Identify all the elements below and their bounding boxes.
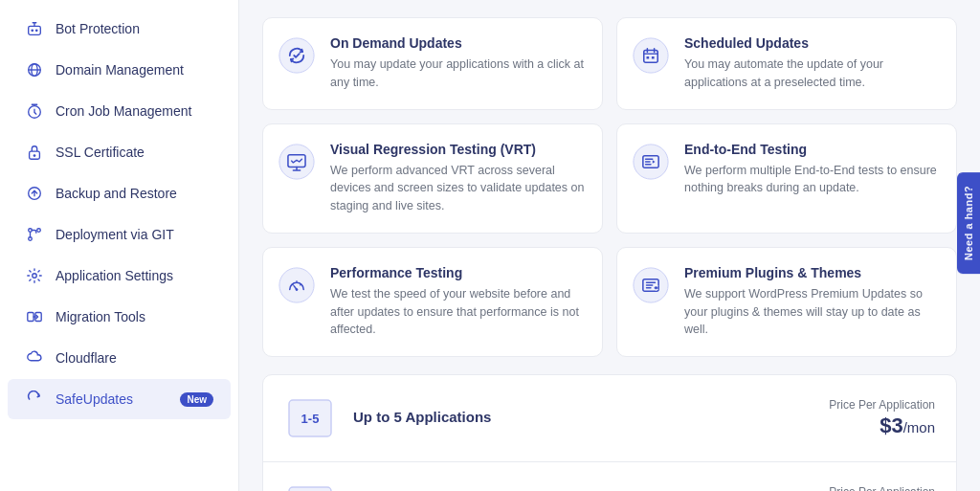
sidebar-item-safeupdates[interactable]: SafeUpdates New	[8, 379, 231, 419]
card-e2e-title: End-to-End Testing	[684, 142, 939, 157]
svg-point-1	[31, 29, 33, 32]
svg-point-20	[279, 144, 314, 178]
sidebar-item-cron-job[interactable]: Cron Job Management	[8, 91, 231, 131]
card-performance-desc: We test the speed of your website before…	[330, 285, 585, 339]
sidebar-item-label: SSL Certificate	[56, 145, 145, 160]
bot-icon	[25, 19, 44, 38]
main-content: On Demand Updates You may update your ap…	[239, 0, 980, 491]
svg-rect-18	[646, 56, 649, 59]
card-premium: Premium Plugins & Themes We support Word…	[616, 247, 957, 357]
card-on-demand-updates: On Demand Updates You may update your ap…	[262, 17, 603, 110]
card-vrt-desc: We perform advanced VRT across several d…	[330, 162, 585, 215]
e2e-icon	[631, 142, 671, 182]
pricing-5-per-app-label: Price Per Application	[829, 398, 935, 412]
sidebar: Bot Protection Domain Management Cron Jo…	[0, 0, 239, 491]
sidebar-item-app-settings[interactable]: Application Settings	[8, 256, 231, 296]
clock-icon	[25, 101, 44, 121]
apps-6-plus-icon: 6	[284, 480, 336, 491]
card-e2e: End-to-End Testing We perform multiple E…	[616, 123, 957, 234]
pricing-6plus-per-app-label: Price Per Application	[829, 485, 935, 491]
card-on-demand-content: On Demand Updates You may update your ap…	[330, 35, 585, 92]
card-performance: Performance Testing We test the speed of…	[262, 247, 603, 357]
svg-point-22	[634, 144, 668, 178]
git-icon	[25, 225, 44, 244]
svg-text:1-5: 1-5	[301, 412, 320, 426]
lock-icon	[25, 143, 44, 162]
monitor-icon	[277, 142, 317, 182]
sidebar-item-label: Application Settings	[56, 268, 173, 283]
need-hand-tab[interactable]: Need a hand?	[957, 172, 980, 274]
feature-cards-grid: On Demand Updates You may update your ap…	[262, 17, 957, 357]
svg-point-2	[35, 29, 38, 32]
pricing-5-amount: $3/mon	[829, 413, 935, 438]
card-vrt-content: Visual Regression Testing (VRT) We perfo…	[330, 142, 585, 215]
sidebar-item-git[interactable]: Deployment via GIT	[8, 214, 231, 255]
card-scheduled-desc: You may automate the update of your appl…	[684, 56, 939, 92]
sidebar-item-label: Backup and Restore	[56, 186, 177, 201]
svg-point-12	[33, 274, 37, 279]
settings-icon	[25, 266, 44, 285]
migration-icon	[25, 307, 44, 326]
sidebar-item-migration[interactable]: Migration Tools	[8, 297, 231, 337]
card-performance-title: Performance Testing	[330, 265, 585, 280]
sidebar-item-bot-protection[interactable]: Bot Protection	[8, 9, 231, 49]
sidebar-item-label: Deployment via GIT	[56, 227, 174, 242]
pricing-section: 1-5 Up to 5 Applications Price Per Appli…	[262, 374, 957, 491]
sidebar-item-ssl[interactable]: SSL Certificate	[8, 132, 231, 172]
backup-icon	[25, 184, 44, 203]
card-e2e-desc: We perform multiple End-to-End tests to …	[684, 162, 939, 198]
card-premium-content: Premium Plugins & Themes We support Word…	[684, 265, 939, 339]
card-premium-title: Premium Plugins & Themes	[684, 265, 939, 280]
svg-point-25	[296, 288, 299, 291]
svg-rect-13	[28, 313, 33, 322]
svg-point-8	[33, 154, 36, 157]
card-scheduled-content: Scheduled Updates You may automate the u…	[684, 35, 939, 92]
globe-icon	[25, 60, 44, 79]
pricing-row-5: 1-5 Up to 5 Applications Price Per Appli…	[263, 375, 956, 462]
sidebar-item-label: Bot Protection	[56, 21, 140, 36]
update-circle-icon	[277, 35, 317, 76]
card-performance-content: Performance Testing We test the speed of…	[330, 265, 585, 339]
svg-rect-0	[29, 26, 41, 34]
svg-point-10	[37, 229, 41, 233]
sidebar-item-label: Migration Tools	[56, 309, 145, 324]
svg-rect-19	[652, 56, 655, 59]
svg-point-24	[279, 268, 314, 302]
cloud-icon	[25, 348, 44, 368]
card-scheduled-title: Scheduled Updates	[684, 35, 939, 51]
svg-rect-31	[289, 487, 331, 491]
card-on-demand-desc: You may update your applications with a …	[330, 56, 585, 92]
sidebar-item-backup[interactable]: Backup and Restore	[8, 173, 231, 213]
pricing-5-title: Up to 5 Applications	[353, 409, 812, 425]
sidebar-item-label: Cloudflare	[56, 350, 117, 366]
calendar-icon	[631, 35, 671, 76]
pricing-row-6plus: 6 6+ Applications Save an extra $1 when …	[263, 462, 956, 491]
card-scheduled-updates: Scheduled Updates You may automate the u…	[616, 17, 957, 110]
card-premium-desc: We support WordPress Premium Updates so …	[684, 285, 939, 339]
apps-1-5-icon: 1-5	[284, 392, 336, 444]
card-vrt: Visual Regression Testing (VRT) We perfo…	[262, 123, 603, 234]
card-vrt-title: Visual Regression Testing (VRT)	[330, 142, 585, 157]
sidebar-item-cloudflare[interactable]: Cloudflare	[8, 338, 231, 378]
plugin-icon	[631, 265, 671, 305]
pricing-5-info: Up to 5 Applications	[353, 409, 812, 428]
svg-point-16	[634, 38, 668, 73]
gauge-icon	[277, 265, 317, 305]
card-on-demand-title: On Demand Updates	[330, 35, 585, 51]
sidebar-item-label: Domain Management	[56, 62, 184, 78]
card-e2e-content: End-to-End Testing We perform multiple E…	[684, 142, 939, 198]
pricing-5-price: Price Per Application $3/mon	[829, 398, 935, 438]
sidebar-item-label: Cron Job Management	[56, 103, 191, 119]
sidebar-item-label: SafeUpdates	[56, 391, 133, 407]
refresh-icon	[25, 390, 44, 409]
new-badge: New	[180, 392, 213, 407]
sidebar-item-domain-management[interactable]: Domain Management	[8, 50, 231, 90]
pricing-6plus-price: Price Per Application $2/mon	[829, 485, 935, 491]
